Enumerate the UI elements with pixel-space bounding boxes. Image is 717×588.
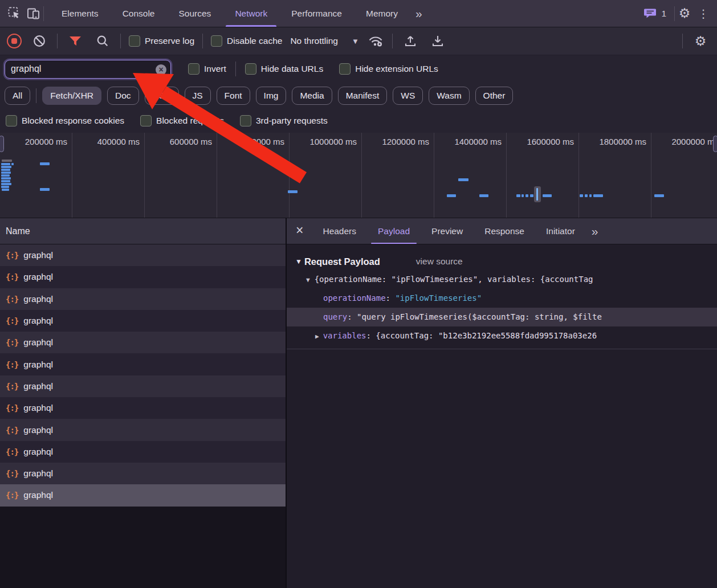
import-har-icon[interactable] <box>401 31 420 51</box>
settings-gear-icon[interactable]: ⚙ <box>675 4 694 23</box>
details-tab-response[interactable]: Response <box>474 218 535 244</box>
network-request-row[interactable]: {:}graphql <box>0 332 286 353</box>
checkbox-box[interactable] <box>129 35 140 47</box>
overview-left-grip[interactable] <box>0 136 4 152</box>
search-icon[interactable] <box>93 31 112 51</box>
filter-chip-doc[interactable]: Doc <box>107 87 139 105</box>
network-request-row[interactable]: {:}graphql <box>0 375 286 397</box>
checkbox-box[interactable] <box>211 35 222 47</box>
tab-performance[interactable]: Performance <box>279 0 354 27</box>
details-tabs: HeadersPayloadPreviewResponseInitiator <box>312 218 585 244</box>
checkbox-box[interactable] <box>339 63 351 75</box>
details-tab-headers[interactable]: Headers <box>312 218 367 244</box>
close-details-icon[interactable]: × <box>287 224 312 238</box>
filter-chip-js[interactable]: JS <box>185 87 211 105</box>
tab-network[interactable]: Network <box>223 0 279 27</box>
network-request-row[interactable]: {:}graphql <box>0 310 286 332</box>
timeline-column: 400000 ms <box>72 133 145 218</box>
throttling-dropdown[interactable]: No throttling ▼ <box>290 36 358 46</box>
disable-cache-checkbox[interactable]: Disable cache <box>211 35 282 47</box>
blocked-filters-row: Blocked response cookiesBlocked requests… <box>0 108 717 133</box>
record-network-log-button[interactable] <box>7 34 22 48</box>
network-request-row[interactable]: {:}graphql <box>0 288 286 310</box>
filter-chip-all[interactable]: All <box>5 87 30 105</box>
divider <box>43 6 44 21</box>
timeline-label: 200000 ms <box>0 133 72 146</box>
timeline-bar <box>593 194 603 197</box>
network-request-row[interactable]: {:}graphql <box>0 244 286 266</box>
3rd-party-requests-checkbox[interactable]: 3rd-party requests <box>240 115 328 126</box>
inspect-element-icon[interactable] <box>5 4 24 23</box>
filter-chip-fetch-xhr[interactable]: Fetch/XHR <box>42 87 101 105</box>
network-request-row[interactable]: {:}graphql <box>0 397 286 419</box>
section-caret-icon[interactable]: ▼ <box>295 258 302 266</box>
timeline-label: 1800000 ms <box>579 133 651 146</box>
more-tabs-icon[interactable]: » <box>410 7 428 21</box>
network-request-row[interactable]: {:}graphql <box>0 484 286 506</box>
checkbox-box[interactable] <box>140 115 152 126</box>
checkbox-box[interactable] <box>6 115 17 126</box>
details-tab-preview[interactable]: Preview <box>421 218 474 244</box>
issues-count: 1 <box>661 9 666 19</box>
export-har-icon[interactable] <box>428 31 447 51</box>
network-request-row[interactable]: {:}graphql <box>0 353 286 375</box>
filter-chip-ws[interactable]: WS <box>393 87 423 105</box>
filter-chip-img[interactable]: Img <box>256 87 287 105</box>
timeline-column: 200000 ms <box>0 133 72 218</box>
filter-chip-wasm[interactable]: Wasm <box>429 87 469 105</box>
filter-chip-css[interactable]: CSS <box>145 87 179 105</box>
name-column-header[interactable]: Name <box>0 218 286 244</box>
invert-checkbox[interactable]: Invert <box>188 63 226 75</box>
overview-right-grip[interactable] <box>713 136 717 152</box>
network-request-row[interactable]: {:}graphql <box>0 463 286 484</box>
network-settings-gear-icon[interactable]: ⚙ <box>691 31 710 51</box>
payload-preview-row[interactable]: ▼{operationName: "ipFlowTimeseries", var… <box>287 270 717 289</box>
timeline-bar <box>40 188 50 191</box>
tab-memory[interactable]: Memory <box>354 0 410 27</box>
tab-sources[interactable]: Sources <box>167 0 223 27</box>
json-value: {accountTag: "b12e3b2192ee5588fdad995178… <box>376 331 597 340</box>
checkbox-label: Disable cache <box>227 36 282 46</box>
caret-down-icon[interactable]: ▼ <box>306 276 310 284</box>
issues-message-icon[interactable] <box>643 4 657 23</box>
request-name: graphql <box>23 381 53 391</box>
details-tab-initiator[interactable]: Initiator <box>535 218 586 244</box>
caret-right-icon[interactable]: ▶ <box>315 333 319 340</box>
network-overview-timeline[interactable]: 200000 ms400000 ms600000 ms800000 ms1000… <box>0 133 717 218</box>
json-value: "query ipFlowTimeseries($accountTag: str… <box>357 312 602 321</box>
request-name: graphql <box>23 425 53 435</box>
kebab-menu-icon[interactable]: ⋮ <box>694 8 712 19</box>
blocked-requests-checkbox[interactable]: Blocked requests <box>140 115 224 126</box>
network-request-row[interactable]: {:}graphql <box>0 441 286 463</box>
network-conditions-icon[interactable] <box>367 31 384 51</box>
view-source-link[interactable]: view source <box>416 256 463 267</box>
divider <box>235 62 236 76</box>
clear-network-log-icon[interactable] <box>30 31 49 51</box>
checkbox-box[interactable] <box>188 63 199 75</box>
filter-chip-manifest[interactable]: Manifest <box>338 87 388 105</box>
filter-chip-other[interactable]: Other <box>475 87 514 105</box>
filter-chip-font[interactable]: Font <box>217 87 250 105</box>
preserve-log-checkbox[interactable]: Preserve log <box>129 35 194 47</box>
details-tab-payload[interactable]: Payload <box>367 218 421 244</box>
payload-row-query[interactable]: query: "query ipFlowTimeseries($accountT… <box>287 308 717 326</box>
payload-row-operation-name[interactable]: operationName: "ipFlowTimeseries" <box>287 289 717 308</box>
tab-console[interactable]: Console <box>111 0 167 27</box>
filter-funnel-icon[interactable] <box>66 31 85 51</box>
checkbox-box[interactable] <box>245 63 256 75</box>
timeline-grid: 200000 ms400000 ms600000 ms800000 ms1000… <box>0 133 717 218</box>
device-toolbar-icon[interactable] <box>24 4 43 23</box>
filter-chip-media[interactable]: Media <box>292 87 332 105</box>
network-request-row[interactable]: {:}graphql <box>0 419 286 440</box>
payload-row-variables[interactable]: ▶variables: {accountTag: "b12e3b2192ee55… <box>287 326 717 345</box>
network-request-row[interactable]: {:}graphql <box>0 266 286 288</box>
more-details-tabs-icon[interactable]: » <box>586 224 604 238</box>
hide-extension-urls-checkbox[interactable]: Hide extension URLs <box>339 63 438 75</box>
timeline-bar <box>1 169 10 171</box>
tab-elements[interactable]: Elements <box>50 0 111 27</box>
hide-data-urls-checkbox[interactable]: Hide data URLs <box>245 63 323 75</box>
clear-filter-icon[interactable]: × <box>156 64 166 75</box>
blocked-response-cookies-checkbox[interactable]: Blocked response cookies <box>6 115 124 126</box>
checkbox-box[interactable] <box>240 115 251 126</box>
filter-input[interactable] <box>5 60 171 79</box>
